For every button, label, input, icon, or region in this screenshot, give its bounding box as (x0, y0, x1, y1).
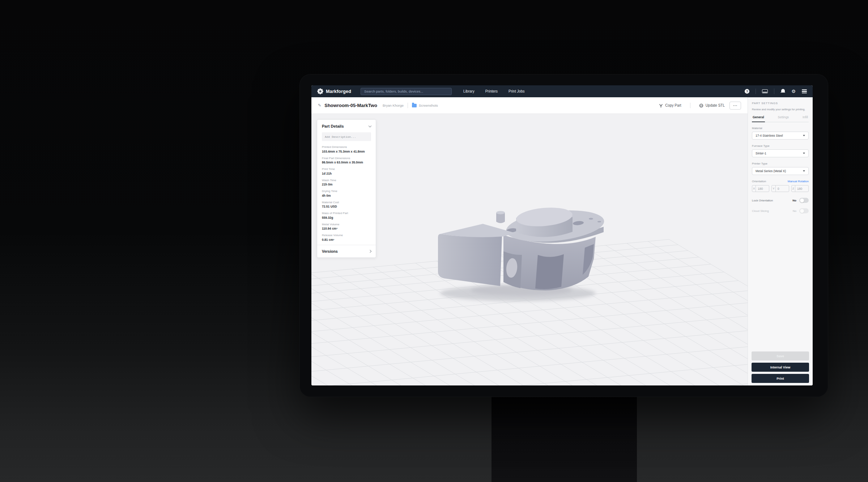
update-stl-label: Update STL (706, 103, 725, 107)
field-release-volume: Release Volume 0.81 cm³ (322, 234, 371, 242)
field-mass: Mass of Printed Part 559.32g (322, 212, 371, 219)
top-navbar: Markforged Library Printers Print Jobs ?… (311, 85, 813, 97)
navbar-actions: ? ⚙ (745, 89, 807, 94)
panel-header: PART SETTINGS (752, 102, 809, 105)
markforged-logo[interactable]: Markforged (317, 88, 351, 94)
chevron-down-icon (369, 124, 371, 127)
printer-type-select[interactable]: Metal Series (Metal X) (752, 167, 809, 175)
field-final-part-dimensions: Final Part Dimensions 86.5mm x 63.0mm x … (322, 157, 371, 165)
lock-orientation-row: Lock Orientation No (752, 198, 809, 203)
internal-view-button[interactable]: Internal View (752, 363, 809, 372)
markforged-gear-icon (317, 88, 323, 94)
divider (408, 103, 408, 108)
furnace-type-select[interactable]: Sinter-1 (752, 149, 809, 157)
material-select[interactable]: 17-4 Stainless Steel (752, 132, 809, 140)
divider (690, 103, 690, 108)
cloud-slicing-row: Cloud Slicing No (752, 208, 809, 213)
part-details-header[interactable]: Part Details (322, 124, 371, 128)
breadcrumb-folder[interactable]: Screenshots (419, 103, 438, 107)
menu-icon[interactable] (802, 89, 807, 93)
field-print-time: Print Time 1d 21h (322, 167, 371, 175)
versions-row[interactable]: Versions (317, 245, 376, 257)
part-details-title: Part Details (322, 124, 344, 128)
display-icon[interactable] (762, 89, 768, 93)
manual-rotation-link[interactable]: Manual Rotation (788, 180, 809, 183)
material-label: Material (752, 127, 809, 130)
more-options-button[interactable]: ... (729, 102, 741, 110)
copy-part-button[interactable]: Copy Part (659, 103, 681, 108)
nav-item-print-jobs[interactable]: Print Jobs (509, 89, 524, 93)
panel-subtitle: Review and modify your settings for prin… (752, 108, 809, 111)
search-input[interactable] (361, 88, 452, 95)
help-icon[interactable]: ? (745, 89, 749, 94)
field-metal-volume: Metal Volume 110.94 cm³ (322, 223, 371, 231)
tab-settings[interactable]: Settings (777, 115, 790, 122)
part-title-bar: ✎ Showroom-05-MarkTwo Bryan Khorge Scree… (311, 97, 748, 114)
lock-orientation-toggle[interactable] (799, 198, 809, 203)
tab-general[interactable]: General (752, 115, 765, 122)
settings-tabs: General Settings Infill (752, 115, 809, 122)
monitor-stand (492, 396, 637, 482)
folder-icon (412, 104, 417, 107)
caret-down-icon (803, 135, 805, 136)
update-stl-button[interactable]: Update STL (699, 103, 725, 108)
divider (774, 89, 774, 94)
gear-icon[interactable]: ⚙ (791, 89, 796, 94)
save-button[interactable]: Save (752, 351, 809, 361)
part-title: Showroom-05-MarkTwo (324, 103, 377, 108)
axis-z-input[interactable]: Z (791, 185, 809, 192)
monitor-bezel: Markforged Library Printers Print Jobs ?… (299, 74, 828, 397)
chevron-right-icon (369, 249, 371, 252)
part-settings-panel: PART SETTINGS Review and modify your set… (748, 97, 813, 385)
branch-icon (659, 103, 663, 108)
monitor-screen: Markforged Library Printers Print Jobs ?… (311, 85, 813, 385)
furnace-type-label: Furnace Type (752, 144, 809, 148)
printer-type-label: Printer Type (752, 162, 809, 165)
part-details-card: Part Details Printed Dimensions 103.4mm … (317, 119, 376, 258)
bell-icon[interactable] (780, 89, 785, 94)
caret-down-icon (803, 153, 805, 154)
3d-viewport[interactable]: Part Details Printed Dimensions 103.4mm … (311, 114, 748, 385)
edit-title-icon[interactable]: ✎ (318, 103, 321, 108)
nav-item-library[interactable]: Library (463, 89, 475, 93)
orientation-inputs: X Y Z (752, 185, 809, 192)
brand-name: Markforged (326, 89, 351, 94)
field-wash-time: Wash Time 21h 0m (322, 179, 371, 187)
divider (756, 89, 756, 94)
primary-nav: Library Printers Print Jobs (463, 89, 525, 93)
caret-down-icon (803, 170, 805, 172)
copy-part-label: Copy Part (665, 103, 681, 107)
description-input[interactable] (322, 132, 371, 141)
print-button[interactable]: Print (752, 374, 809, 383)
desktop-background: Markforged Library Printers Print Jobs ?… (0, 0, 868, 482)
globe-icon (699, 103, 703, 108)
field-drying-time: Drying Time 4h 0m (322, 189, 371, 197)
axis-y-input[interactable]: Y (771, 185, 789, 192)
tab-infill[interactable]: Infill (802, 115, 809, 122)
field-material-cost: Material Cost 72.51 USD (322, 201, 371, 209)
part-model-3d[interactable] (429, 201, 610, 304)
field-printed-dimensions: Printed Dimensions 103.4mm x 75.3mm x 41… (322, 145, 371, 153)
orientation-label: Orientation (752, 180, 766, 183)
cloud-slicing-toggle[interactable] (799, 208, 809, 213)
nav-item-printers[interactable]: Printers (485, 89, 498, 93)
part-owner: Bryan Khorge (383, 103, 404, 107)
axis-x-input[interactable]: X (752, 185, 769, 192)
